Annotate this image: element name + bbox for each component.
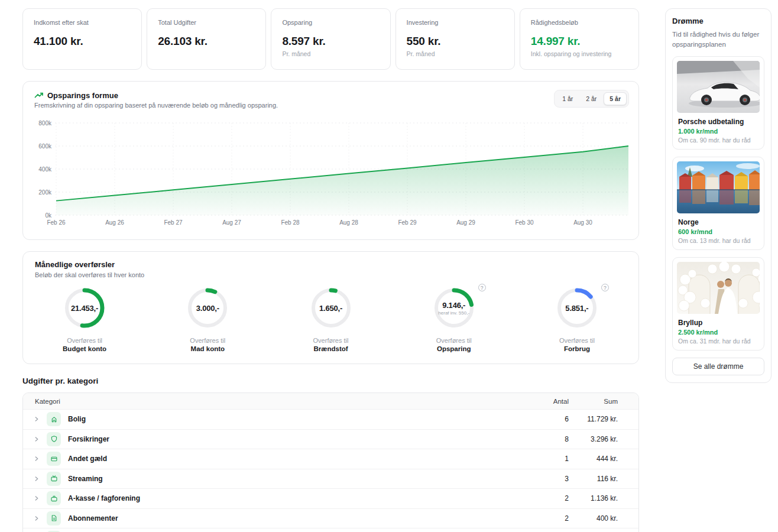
dream-card-norge[interactable]: Norge 600 kr/mnd Om ca. 13 mdr. har du r… <box>672 157 764 250</box>
chevron-right-icon[interactable] <box>33 455 41 463</box>
table-row[interactable]: Forsikringer 8 3.296 kr. <box>23 429 638 449</box>
dream-card-bryllup[interactable]: Bryllup 2.500 kr/mnd Om ca. 31 mdr. har … <box>672 257 764 351</box>
dreams-subtitle: Tid til rådighed hvis du følger opsparin… <box>672 30 764 49</box>
dream-price: 1.000 kr/mnd <box>678 128 760 135</box>
category-count: 8 <box>498 435 569 443</box>
stat-label: Opsparing <box>282 19 379 26</box>
dream-card-porsche[interactable]: Porsche udbetaling 1.000 kr/mnd Om ca. 9… <box>672 56 764 150</box>
svg-text:600k: 600k <box>38 143 52 150</box>
table-row[interactable]: Abonnementer 2 400 kr. <box>23 508 638 528</box>
category-name: Forsikringer <box>68 435 498 443</box>
category-name: Abonnementer <box>68 514 498 523</box>
transfer-braendstof: 1.650,- Overføres til Brændstof <box>269 286 392 352</box>
transfer-forbrug: 5.851,- ? Overføres til Forbrug <box>516 286 638 352</box>
chevron-right-icon[interactable] <box>33 494 41 502</box>
stat-card-investment: Investering 550 kr. Pr. måned <box>396 8 515 70</box>
dreams-sidebar: Drømme Tid til rådighed hvis du følger o… <box>665 8 771 383</box>
dream-eta: Om ca. 90 mdr. har du råd <box>678 137 760 144</box>
category-count: 3 <box>498 475 569 483</box>
expenses-table: Kategori Antal Sum Bolig 6 11.729 kr. Fo… <box>22 392 639 532</box>
transfer-label: Overføres til <box>67 337 102 344</box>
stat-card-disposable: Rådighedsbeløb 14.997 kr. Inkl. opsparin… <box>520 8 639 70</box>
dream-name: Porsche udbetaling <box>678 118 760 126</box>
stat-value: 41.100 kr. <box>34 35 131 48</box>
stat-note: Pr. måned <box>407 50 504 57</box>
transfer-rings-row: 21.453,- Overføres til Budget konto 3.00… <box>23 286 638 352</box>
transfer-amount-note: heraf inv. 550,- <box>438 310 469 316</box>
stat-card-savings: Opsparing 8.597 kr. Pr. måned <box>271 8 390 70</box>
chart-title: Opsparings formue <box>47 91 118 100</box>
period-button-2yr[interactable]: 2 år <box>580 92 602 105</box>
home-icon <box>47 412 61 426</box>
table-row[interactable]: Andet gæld 1 444 kr. <box>23 449 638 469</box>
porsche-image <box>677 61 760 113</box>
norway-harbour-image <box>677 161 760 213</box>
period-button-1yr[interactable]: 1 år <box>556 92 579 105</box>
table-header-row: Kategori Antal Sum <box>23 393 638 409</box>
stat-label: Indkomst efter skat <box>34 19 131 26</box>
transfer-amount: 1.650,- <box>319 304 342 313</box>
category-sum: 444 kr. <box>569 455 618 463</box>
transfer-opsparing: 9.146,- heraf inv. 550,- ? Overføres til… <box>393 286 516 352</box>
tv-icon <box>47 472 61 486</box>
transfer-amount: 3.000,- <box>196 304 219 313</box>
category-sum: 3.296 kr. <box>569 435 618 443</box>
chevron-right-icon[interactable] <box>33 475 41 483</box>
progress-ring: 3.000,- <box>185 286 230 330</box>
category-sum: 1.136 kr. <box>569 494 618 502</box>
svg-text:0k: 0k <box>45 212 52 219</box>
category-sum: 116 kr. <box>569 475 618 483</box>
chevron-right-icon[interactable] <box>33 514 41 523</box>
svg-text:Aug 28: Aug 28 <box>339 219 358 226</box>
column-header-category: Kategori <box>23 398 498 405</box>
dream-price: 2.500 kr/mnd <box>678 329 760 336</box>
stat-cards-row: Indkomst efter skat 41.100 kr. Total Udg… <box>22 8 639 70</box>
svg-text:Feb 29: Feb 29 <box>398 219 417 226</box>
progress-ring: 5.851,- ? <box>555 286 599 330</box>
stat-value: 26.103 kr. <box>158 35 255 48</box>
transfer-amount: 21.453,- <box>71 304 98 313</box>
dream-eta: Om ca. 31 mdr. har du råd <box>678 338 760 345</box>
table-row[interactable]: A-kasse / fagforening 2 1.136 kr. <box>23 488 638 508</box>
table-row[interactable]: Mad 1 3.000 kr. <box>23 528 638 532</box>
svg-text:200k: 200k <box>38 189 52 196</box>
svg-text:Aug 26: Aug 26 <box>105 219 124 226</box>
category-sum: 400 kr. <box>569 514 618 523</box>
category-count: 2 <box>498 514 569 523</box>
transfer-account-name: Brændstof <box>313 345 348 352</box>
table-row[interactable]: Bolig 6 11.729 kr. <box>23 409 638 429</box>
category-name: Bolig <box>68 415 498 423</box>
stat-card-expenses: Total Udgifter 26.103 kr. <box>147 8 266 70</box>
transfer-label: Overføres til <box>559 337 595 344</box>
help-icon[interactable]: ? <box>478 284 486 291</box>
transfer-label: Overføres til <box>436 337 472 344</box>
stat-value: 8.597 kr. <box>282 35 379 48</box>
stat-note: Pr. måned <box>282 50 379 57</box>
see-all-dreams-button[interactable]: Se alle drømme <box>672 358 764 375</box>
svg-text:Feb 26: Feb 26 <box>47 219 66 226</box>
dream-eta: Om ca. 13 mdr. har du råd <box>678 237 760 244</box>
progress-ring: 1.650,- <box>309 286 354 330</box>
column-header-sum: Sum <box>569 398 618 405</box>
transfer-budget-konto: 21.453,- Overføres til Budget konto <box>23 286 146 352</box>
monthly-transfers-card: Månedlige overførsler Beløb der skal ove… <box>22 251 639 364</box>
transfer-account-name: Opsparing <box>437 345 471 352</box>
shield-icon <box>47 432 61 446</box>
trending-up-icon <box>34 90 44 100</box>
period-button-5yr[interactable]: 5 år <box>604 92 627 105</box>
savings-area-chart[interactable]: Feb 26Aug 26Feb 27Aug 27Feb 28Aug 28Feb … <box>31 113 631 236</box>
category-count: 2 <box>498 494 569 502</box>
period-selector: 1 år 2 år 5 år <box>554 90 629 108</box>
wedding-image <box>677 262 760 314</box>
chevron-right-icon[interactable] <box>33 435 41 443</box>
progress-ring: 9.146,- heraf inv. 550,- ? <box>432 286 476 330</box>
svg-text:800k: 800k <box>38 120 52 126</box>
chevron-right-icon[interactable] <box>33 415 41 423</box>
help-icon[interactable]: ? <box>601 284 609 291</box>
svg-text:Aug 29: Aug 29 <box>456 219 475 226</box>
svg-text:Aug 27: Aug 27 <box>222 219 241 226</box>
column-header-count: Antal <box>498 398 569 405</box>
transfer-amount: 5.851,- <box>565 304 588 313</box>
table-row[interactable]: Streaming 3 116 kr. <box>23 469 638 489</box>
stat-card-income: Indkomst efter skat 41.100 kr. <box>22 8 142 70</box>
